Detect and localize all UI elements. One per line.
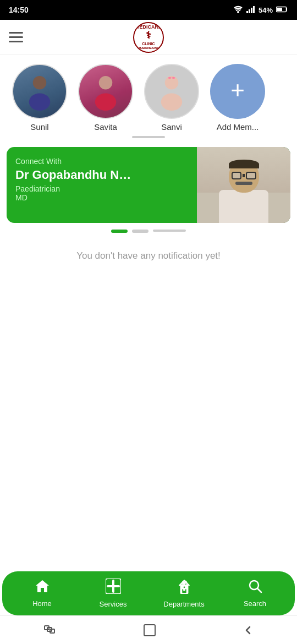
pagination-dot-2 (132, 230, 148, 233)
android-recent-button[interactable] (43, 625, 57, 636)
member-name-sunil: Sunil (30, 122, 48, 132)
svg-point-21 (183, 586, 185, 588)
add-member-item[interactable]: + Add Mem... (205, 64, 271, 132)
members-section: Sunil Savita Sanvi (0, 55, 297, 145)
nav-item-home[interactable]: Home (7, 575, 78, 612)
pagination-dots (0, 230, 297, 233)
member-avatar-sunil (12, 64, 67, 119)
pagination-dot-1 (111, 230, 128, 233)
app-logo: MEDICARE ⚕ CLINIC BHUBANESWAR (133, 22, 164, 53)
nav-label-home: Home (32, 599, 52, 608)
add-member-button[interactable]: + (210, 64, 265, 119)
svg-rect-3 (251, 8, 252, 13)
signal-icon (246, 6, 255, 15)
battery-level: 54% (258, 6, 273, 14)
hamburger-menu[interactable] (9, 32, 23, 42)
member-item[interactable]: Savita (73, 64, 139, 132)
svg-point-19 (183, 582, 186, 585)
member-item[interactable]: Sanvi (139, 64, 205, 132)
notification-text: You don't have any notification yet! (76, 250, 221, 261)
add-member-plus-icon: + (230, 78, 245, 102)
svg-rect-14 (107, 585, 120, 587)
member-avatar-sanvi (144, 64, 199, 119)
hamburger-line-2 (9, 36, 23, 38)
svg-point-7 (33, 76, 47, 90)
time: 14:50 (9, 6, 29, 14)
svg-line-23 (257, 588, 261, 592)
nav-item-services[interactable]: Services (78, 574, 148, 613)
svg-rect-1 (246, 11, 248, 13)
android-back-button[interactable] (243, 625, 254, 636)
services-icon (106, 578, 121, 598)
svg-rect-2 (249, 9, 250, 13)
doctor-card-section: Connect With Dr Gopabandhu Nan... Paedia… (0, 147, 297, 223)
member-name-sanvi: Sanvi (161, 122, 182, 132)
nav-label-services: Services (100, 600, 127, 608)
scroll-indicator (132, 136, 165, 138)
battery-icon (276, 6, 288, 14)
notification-section: You don't have any notification yet! (0, 239, 297, 272)
hamburger-line-3 (9, 41, 23, 42)
doctor-card-text: Connect With Dr Gopabandhu Nan... Paedia… (7, 147, 197, 223)
android-nav-bar (0, 615, 297, 644)
nav-item-search[interactable]: Search (219, 575, 290, 612)
svg-rect-6 (277, 8, 282, 11)
status-icons: 54% (233, 6, 288, 15)
svg-point-9 (99, 76, 113, 90)
member-name-savita: Savita (94, 122, 117, 132)
members-row: Sunil Savita Sanvi (7, 64, 290, 132)
home-icon (35, 579, 50, 597)
pagination-line (153, 230, 186, 232)
hamburger-line-1 (9, 32, 23, 34)
add-member-label: Add Mem... (217, 122, 259, 132)
doctor-name: Dr Gopabandhu Nan... (15, 168, 136, 182)
nav-item-departments[interactable]: Departments (148, 574, 219, 613)
nav-label-search: Search (244, 599, 266, 608)
member-avatar-savita (78, 64, 133, 119)
svg-point-8 (29, 94, 51, 111)
member-item[interactable]: Sunil (7, 64, 73, 132)
departments-icon (177, 578, 191, 598)
logo-circle: MEDICARE ⚕ CLINIC BHUBANESWAR (133, 22, 164, 53)
doctor-specialty: Paediatrician (15, 184, 188, 193)
bottom-nav: Home Services De (2, 571, 295, 615)
svg-point-12 (161, 94, 183, 111)
svg-point-0 (237, 11, 239, 13)
scroll-dot (132, 136, 165, 138)
svg-point-10 (95, 94, 117, 111)
android-home-button[interactable] (144, 624, 156, 636)
connect-with-label: Connect With (15, 157, 188, 166)
doctor-card-image (197, 147, 290, 223)
svg-rect-4 (253, 6, 255, 13)
search-icon (248, 579, 262, 597)
status-bar: 14:50 54% (0, 0, 297, 20)
nav-label-departments: Departments (163, 600, 204, 608)
header: MEDICARE ⚕ CLINIC BHUBANESWAR (0, 20, 297, 55)
doctor-degree: MD (15, 193, 188, 202)
svg-point-11 (165, 76, 179, 90)
wifi-icon (233, 6, 243, 15)
doctor-card[interactable]: Connect With Dr Gopabandhu Nan... Paedia… (7, 147, 290, 223)
